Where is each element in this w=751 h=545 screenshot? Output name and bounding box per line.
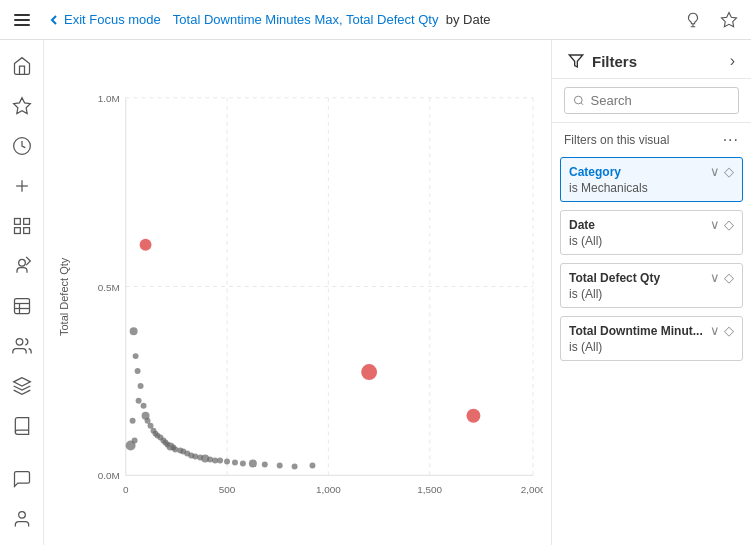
svg-point-77 (130, 418, 136, 424)
filter-more-options[interactable]: ··· (723, 131, 739, 149)
filter-card-date[interactable]: Date ∨ ◇ is (All) (560, 210, 743, 255)
filter-icon (568, 53, 584, 69)
svg-point-38 (140, 239, 152, 251)
svg-point-57 (172, 447, 178, 453)
chart-area: Total Defect Qty (44, 40, 551, 545)
svg-point-19 (18, 512, 25, 519)
svg-text:0.0M: 0.0M (98, 470, 120, 481)
metrics-icon[interactable] (4, 248, 40, 284)
svg-point-72 (262, 461, 268, 467)
filter-header: Filters › (552, 40, 751, 79)
filter-clear-icon[interactable]: ◇ (724, 217, 734, 232)
filter-expand-chevron[interactable]: ∨ (710, 217, 720, 232)
svg-text:1,000: 1,000 (316, 484, 341, 495)
svg-point-79 (361, 364, 377, 380)
learn-icon[interactable] (4, 368, 40, 404)
filters-on-visual-label: Filters on this visual ··· (552, 123, 751, 153)
svg-point-13 (18, 259, 25, 266)
filter-clear-icon[interactable]: ◇ (724, 270, 734, 285)
filter-panel-title: Filters (592, 53, 637, 70)
svg-rect-9 (14, 219, 20, 225)
create-icon[interactable] (4, 168, 40, 204)
book-icon[interactable] (4, 408, 40, 444)
svg-point-42 (138, 383, 144, 389)
svg-text:0: 0 (123, 484, 129, 495)
svg-rect-14 (14, 299, 29, 314)
profile-icon[interactable] (4, 501, 40, 537)
svg-point-46 (145, 418, 151, 424)
people-icon[interactable] (4, 328, 40, 364)
chart-title: Total Downtime Minutes Max, Total Defect… (173, 12, 679, 27)
svg-point-68 (224, 458, 230, 464)
svg-point-80 (466, 409, 480, 423)
svg-point-39 (130, 327, 138, 335)
svg-point-41 (135, 368, 141, 374)
svg-point-71 (249, 459, 257, 467)
apps-icon[interactable] (4, 208, 40, 244)
svg-point-69 (232, 459, 238, 465)
svg-point-65 (207, 456, 213, 462)
lightbulb-icon[interactable] (679, 6, 707, 34)
search-icon (573, 94, 585, 107)
svg-marker-81 (569, 55, 582, 67)
svg-point-78 (132, 438, 138, 444)
filter-expand-chevron[interactable]: ∨ (710, 323, 720, 338)
workspaces-icon[interactable] (4, 288, 40, 324)
filter-search-wrap (552, 79, 751, 123)
svg-point-73 (277, 462, 283, 468)
svg-rect-1 (14, 19, 30, 21)
svg-point-44 (141, 403, 147, 409)
svg-rect-12 (23, 228, 29, 234)
svg-point-74 (292, 463, 298, 469)
main-content: Total Defect Qty (0, 40, 751, 545)
bookmark-icon[interactable] (715, 6, 743, 34)
filter-card-total-defect-qty[interactable]: Total Defect Qty ∨ ◇ is (All) (560, 263, 743, 308)
svg-point-47 (148, 423, 154, 429)
svg-point-67 (217, 457, 223, 463)
scatter-chart: 1.0M 0.5M 0.0M 0 500 1,000 1,500 2,000 (76, 56, 543, 537)
svg-line-83 (581, 103, 583, 105)
feedback-icon[interactable] (4, 461, 40, 497)
svg-marker-4 (722, 12, 737, 26)
exit-focus-button[interactable]: Exit Focus mode (40, 8, 169, 31)
svg-text:1,500: 1,500 (417, 484, 442, 495)
svg-rect-11 (14, 228, 20, 234)
recent-icon[interactable] (4, 128, 40, 164)
filter-clear-icon[interactable]: ◇ (724, 323, 734, 338)
svg-marker-5 (13, 98, 30, 114)
svg-point-70 (240, 460, 246, 466)
filter-card-category[interactable]: Category ∨ ◇ is Mechanicals (560, 157, 743, 202)
svg-rect-2 (14, 24, 30, 26)
y-axis-label: Total Defect Qty (52, 56, 76, 537)
svg-text:2,000: 2,000 (521, 484, 543, 495)
svg-rect-0 (14, 14, 30, 16)
filter-clear-icon[interactable]: ◇ (724, 164, 734, 179)
svg-rect-10 (23, 219, 29, 225)
topbar: Exit Focus mode Total Downtime Minutes M… (0, 0, 751, 40)
filter-card-total-downtime[interactable]: Total Downtime Minut... ∨ ◇ is (All) (560, 316, 743, 361)
filter-search-input[interactable] (591, 93, 730, 108)
svg-point-62 (192, 453, 198, 459)
svg-text:1.0M: 1.0M (98, 93, 120, 104)
filter-expand-chevron[interactable]: ∨ (710, 164, 720, 179)
svg-text:500: 500 (219, 484, 236, 495)
favorites-icon[interactable] (4, 88, 40, 124)
svg-point-43 (136, 398, 142, 404)
filter-expand-chevron[interactable]: ∨ (710, 270, 720, 285)
svg-point-82 (574, 96, 582, 104)
filter-expand-icon[interactable]: › (730, 52, 735, 70)
filter-search-box[interactable] (564, 87, 739, 114)
menu-icon[interactable] (8, 6, 36, 34)
sidebar (0, 40, 44, 545)
topbar-icons (679, 6, 743, 34)
svg-point-18 (16, 339, 23, 346)
svg-point-75 (310, 462, 316, 468)
filter-panel: Filters › Filters on this visual ··· Cat… (551, 40, 751, 545)
svg-text:0.5M: 0.5M (98, 282, 120, 293)
home-icon[interactable] (4, 48, 40, 84)
svg-point-40 (133, 353, 139, 359)
